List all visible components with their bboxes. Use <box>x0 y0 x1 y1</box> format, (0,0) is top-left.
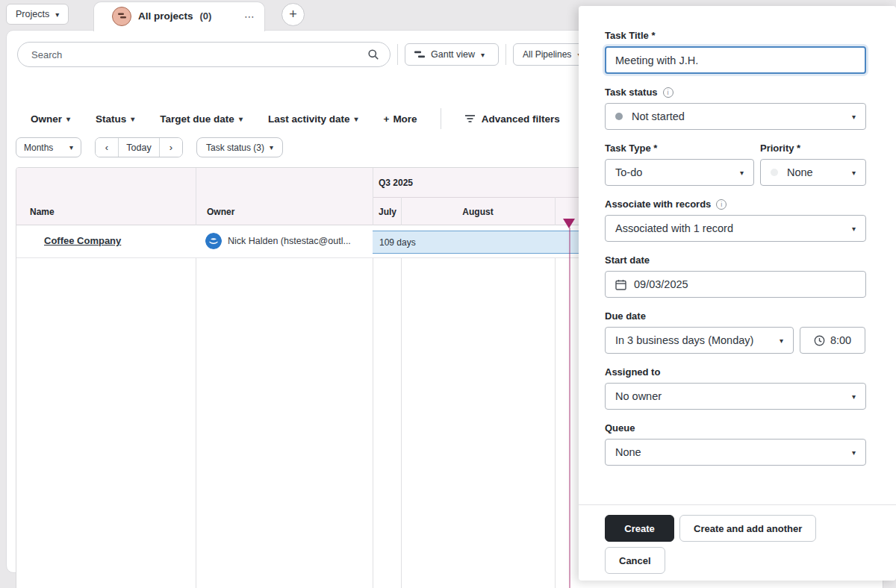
divider <box>505 44 506 65</box>
start-date-label: Start date <box>605 254 866 266</box>
info-icon: i <box>716 199 727 210</box>
associate-value: Associated with 1 record <box>615 222 733 234</box>
task-title-label: Task Title * <box>605 30 866 41</box>
chevron-down-icon: ▾ <box>270 143 273 151</box>
task-status-label: Task status i <box>605 87 866 98</box>
task-status-dropdown[interactable]: Not started ▾ <box>605 103 866 130</box>
priority-label: Priority * <box>760 143 866 154</box>
today-marker-icon <box>563 219 575 228</box>
associate-label: Associate with records i <box>605 198 866 210</box>
project-name-link[interactable]: Coffee Company <box>44 235 121 246</box>
zoom-level-label: Months <box>24 143 53 153</box>
create-and-add-another-button[interactable]: Create and add another <box>679 515 816 542</box>
chevron-down-icon: ▾ <box>239 115 243 123</box>
chevron-down-icon: ▾ <box>740 169 744 177</box>
filter-target-due-date[interactable]: Target due date ▾ <box>160 113 243 125</box>
task-status-value: Not started <box>632 110 685 122</box>
projects-menu-button[interactable]: Projects ▾ <box>6 4 69 25</box>
queue-dropdown[interactable]: None ▾ <box>605 439 866 466</box>
next-period-button[interactable]: › <box>160 138 182 157</box>
status-dot-icon <box>615 113 623 120</box>
filter-status-label: Status <box>96 113 126 125</box>
chevron-down-icon: ▾ <box>481 51 485 59</box>
assigned-to-section: Assigned to No owner ▾ <box>605 366 866 410</box>
type-priority-row: Task Type * To-do ▾ Priority * None ▾ <box>605 143 866 186</box>
task-type-dropdown[interactable]: To-do ▾ <box>605 159 754 186</box>
task-type-value: To-do <box>615 166 642 178</box>
chevron-down-icon: ▾ <box>852 448 856 457</box>
clock-icon <box>814 335 825 346</box>
today-button[interactable]: Today <box>118 138 160 157</box>
tab-label: All projects <box>138 10 193 22</box>
filter-last-activity-date[interactable]: Last activity date ▾ <box>268 113 358 125</box>
prev-period-button[interactable]: ‹ <box>96 138 118 157</box>
filter-owner-label: Owner <box>31 113 62 125</box>
create-task-panel: Task Title * Task status i Not started ▾… <box>579 6 896 581</box>
due-date-value: In 3 business days (Monday) <box>615 334 753 346</box>
priority-dropdown[interactable]: None ▾ <box>760 159 866 186</box>
start-date-section: Start date 09/03/2025 <box>605 254 866 298</box>
toolbar: Gantt view ▾ All Pipelines ▾ <box>17 42 601 67</box>
add-view-button[interactable]: + <box>281 3 305 26</box>
divider <box>441 108 441 129</box>
filter-status[interactable]: Status ▾ <box>96 113 134 125</box>
month-header-july: July <box>379 207 396 217</box>
divider <box>397 44 398 65</box>
priority-dot-icon <box>771 169 778 176</box>
filter-bar: Owner ▾ Status ▾ Target due date ▾ Last … <box>31 108 560 129</box>
tab-all-projects[interactable]: All projects (0) ⋯ <box>93 1 265 31</box>
zoom-level-dropdown[interactable]: Months ▾ <box>16 137 81 157</box>
filter-last-activity-label: Last activity date <box>268 113 350 125</box>
chevron-down-icon: ▾ <box>69 143 73 151</box>
chevron-down-icon: ▾ <box>852 392 856 401</box>
column-header-name: Name <box>30 207 55 217</box>
more-filters-label: More <box>393 113 417 125</box>
gantt-view-dropdown[interactable]: Gantt view ▾ <box>405 43 499 66</box>
projects-menu-label: Projects <box>16 9 49 19</box>
chevron-down-icon: ▾ <box>852 169 856 177</box>
search-input[interactable] <box>31 49 367 60</box>
due-date-dropdown[interactable]: In 3 business days (Monday) ▾ <box>605 327 794 354</box>
quarter-header: Q3 2025 <box>379 178 413 188</box>
chevron-down-icon: ▾ <box>354 115 358 123</box>
task-type-section: Task Type * To-do ▾ <box>605 143 754 186</box>
tab-count: (0) <box>200 10 212 22</box>
advanced-filters-icon <box>464 114 476 123</box>
task-title-section: Task Title * <box>605 30 866 74</box>
associate-section: Associate with records i Associated with… <box>605 198 866 242</box>
more-filters-button[interactable]: + More <box>383 113 417 125</box>
due-date-label: Due date <box>605 310 794 322</box>
priority-section: Priority * None ▾ <box>760 143 866 186</box>
create-button[interactable]: Create <box>605 515 674 542</box>
due-time-value: 8:00 <box>830 334 851 346</box>
tab-options-icon[interactable]: ⋯ <box>244 10 255 22</box>
due-time-button[interactable]: 8:00 <box>800 327 865 354</box>
queue-value: None <box>615 446 641 458</box>
advanced-filters-label: Advanced filters <box>482 113 560 125</box>
chevron-down-icon: ▾ <box>852 225 856 233</box>
info-icon: i <box>663 87 673 98</box>
start-date-value: 09/03/2025 <box>634 278 688 290</box>
column-header-owner: Owner <box>207 207 234 217</box>
chevron-down-icon: ▾ <box>852 113 856 121</box>
assigned-to-dropdown[interactable]: No owner ▾ <box>605 383 866 410</box>
associate-dropdown[interactable]: Associated with 1 record ▾ <box>605 215 866 242</box>
due-date-section: Due date In 3 business days (Monday) ▾ 8… <box>605 310 866 354</box>
start-date-input[interactable]: 09/03/2025 <box>605 271 866 298</box>
today-marker-line <box>569 228 570 588</box>
advanced-filters-button[interactable]: Advanced filters <box>464 113 560 125</box>
chevron-down-icon: ▾ <box>780 337 783 345</box>
calendar-icon <box>615 279 626 290</box>
task-status-filter-label: Task status (3) <box>206 143 264 153</box>
cancel-button[interactable]: Cancel <box>605 547 665 574</box>
task-title-input[interactable] <box>605 46 866 74</box>
owner-name: Nick Halden (hstestac@outl... <box>228 236 351 246</box>
task-status-filter[interactable]: Task status (3) ▾ <box>196 137 283 157</box>
avatar <box>205 233 222 249</box>
search-box[interactable] <box>17 42 391 67</box>
panel-footer: Create Create and add another Cancel <box>579 504 896 581</box>
filter-owner[interactable]: Owner ▾ <box>31 113 70 125</box>
priority-value: None <box>787 166 813 178</box>
gantt-view-icon <box>414 50 425 60</box>
queue-section: Queue None ▾ <box>605 422 866 466</box>
